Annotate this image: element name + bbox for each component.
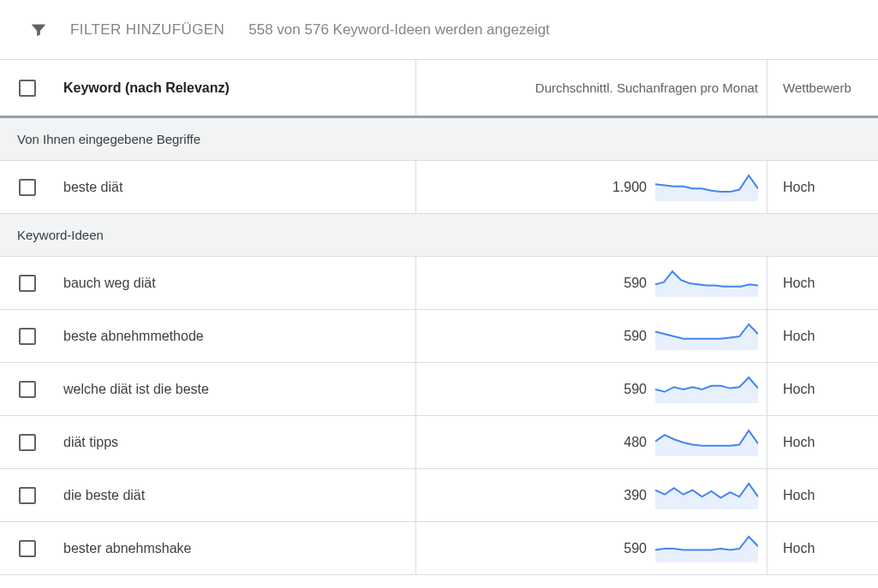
searches-value: 590: [595, 329, 647, 344]
keyword-cell[interactable]: beste diät: [55, 180, 415, 195]
row-checkbox[interactable]: [19, 434, 36, 451]
searches-cell: 390: [415, 469, 767, 521]
results-count-text: 558 von 576 Keyword-Ideen werden angezei…: [248, 21, 550, 39]
searches-cell: 590: [415, 257, 767, 309]
section-provided-terms: Von Ihnen eingegebene Begriffe: [0, 118, 878, 161]
table-row: diät tipps 480 Hoch: [0, 416, 878, 469]
competition-value: Hoch: [783, 541, 815, 556]
searches-value: 590: [595, 276, 647, 291]
keyword-table: Keyword (nach Relevanz) Durchschnittl. S…: [0, 60, 878, 575]
row-checkbox[interactable]: [19, 328, 36, 345]
searches-cell: 1.900: [415, 161, 767, 213]
competition-cell: Hoch: [767, 257, 878, 309]
row-checkbox[interactable]: [19, 540, 36, 557]
competition-value: Hoch: [783, 329, 815, 344]
competition-cell: Hoch: [767, 161, 878, 213]
row-checkbox-cell: [0, 275, 55, 292]
competition-cell: Hoch: [767, 363, 878, 415]
competition-cell: Hoch: [767, 416, 878, 468]
searches-cell: 590: [415, 522, 767, 574]
competition-cell: Hoch: [767, 469, 878, 521]
keyword-cell[interactable]: welche diät ist die beste: [55, 382, 415, 397]
table-row: welche diät ist die beste 590 Hoch: [0, 363, 878, 416]
searches-value: 390: [595, 488, 647, 503]
searches-cell: 590: [415, 310, 767, 362]
searches-value: 590: [595, 541, 647, 556]
row-checkbox[interactable]: [19, 487, 36, 504]
row-checkbox-cell: [0, 328, 55, 345]
competition-value: Hoch: [783, 276, 815, 291]
trend-sparkline: [655, 323, 758, 350]
competition-value: Hoch: [783, 488, 815, 503]
trend-sparkline: [655, 482, 758, 509]
add-filter-button[interactable]: FILTER HINZUFÜGEN: [70, 21, 224, 39]
col-header-searches[interactable]: Durchschnittl. Suchanfragen pro Monat: [415, 60, 767, 116]
competition-value: Hoch: [783, 382, 815, 397]
col-header-competition[interactable]: Wettbewerb: [767, 60, 878, 116]
section-keyword-ideas: Keyword-Ideen: [0, 214, 878, 257]
keyword-cell[interactable]: beste abnehmmethode: [55, 329, 415, 344]
keyword-cell[interactable]: bester abnehmshake: [55, 541, 415, 556]
table-row: beste diät 1.900 Hoch: [0, 161, 878, 214]
trend-sparkline: [655, 270, 758, 297]
table-row: beste abnehmmethode 590 Hoch: [0, 310, 878, 363]
row-checkbox-cell: [0, 179, 55, 196]
filter-icon[interactable]: [29, 21, 70, 39]
keyword-cell[interactable]: die beste diät: [55, 488, 415, 503]
row-checkbox[interactable]: [19, 275, 36, 292]
row-checkbox-cell: [0, 434, 55, 451]
keyword-cell[interactable]: diät tipps: [55, 435, 415, 450]
filter-toolbar: FILTER HINZUFÜGEN 558 von 576 Keyword-Id…: [0, 0, 878, 60]
searches-cell: 590: [415, 363, 767, 415]
table-header-row: Keyword (nach Relevanz) Durchschnittl. S…: [0, 60, 878, 118]
competition-cell: Hoch: [767, 310, 878, 362]
competition-cell: Hoch: [767, 522, 878, 574]
select-all-checkbox[interactable]: [19, 80, 36, 97]
row-checkbox-cell: [0, 540, 55, 557]
row-checkbox-cell: [0, 381, 55, 398]
competition-value: Hoch: [783, 180, 815, 195]
row-checkbox-cell: [0, 487, 55, 504]
trend-sparkline: [655, 376, 758, 403]
select-all-cell: [0, 80, 55, 97]
row-checkbox[interactable]: [19, 179, 36, 196]
table-row: bauch weg diät 590 Hoch: [0, 257, 878, 310]
col-header-keyword[interactable]: Keyword (nach Relevanz): [55, 80, 415, 96]
competition-value: Hoch: [783, 435, 815, 450]
trend-sparkline: [655, 429, 758, 456]
trend-sparkline: [655, 174, 758, 201]
table-row: bester abnehmshake 590 Hoch: [0, 522, 878, 575]
table-row: die beste diät 390 Hoch: [0, 469, 878, 522]
searches-cell: 480: [415, 416, 767, 468]
keyword-cell[interactable]: bauch weg diät: [55, 276, 415, 291]
searches-value: 480: [595, 435, 647, 450]
searches-value: 1.900: [595, 180, 647, 195]
trend-sparkline: [655, 535, 758, 562]
searches-value: 590: [595, 382, 647, 397]
row-checkbox[interactable]: [19, 381, 36, 398]
